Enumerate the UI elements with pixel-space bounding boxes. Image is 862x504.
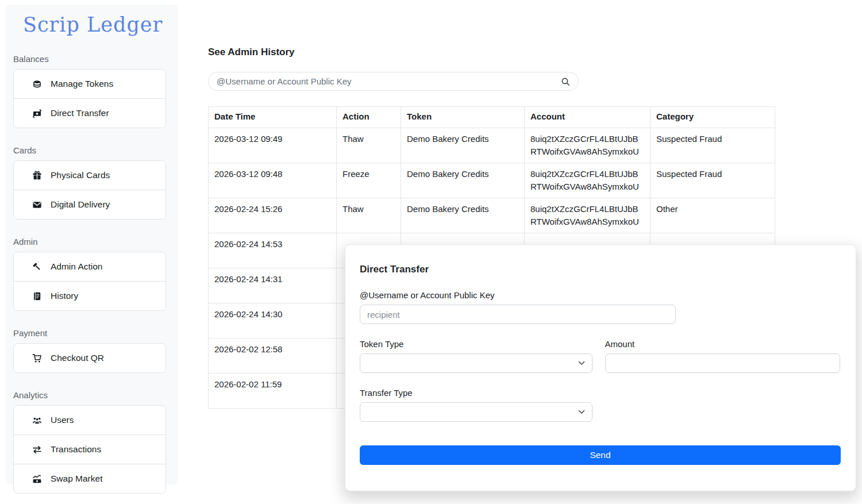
sidebar-item-label: Manage Tokens <box>51 79 113 89</box>
sidebar-item-checkout-qr[interactable]: Checkout QR <box>14 344 166 372</box>
page-title: See Admin History <box>208 47 295 58</box>
cash-transfer-icon <box>32 109 42 118</box>
chevron-down-icon <box>578 361 585 366</box>
table-cell: 2026-03-12 09:48 <box>209 163 337 198</box>
sidebar-section: PaymentCheckout QR <box>6 328 178 373</box>
transfer-type-select[interactable] <box>360 402 592 422</box>
sidebar-item-label: Users <box>51 415 74 425</box>
sidebar-item-label: Physical Cards <box>51 170 110 180</box>
table-cell: Demo Bakery Credits <box>401 198 525 233</box>
table-header-row: Date TimeActionTokenAccountCategory <box>209 107 775 128</box>
app-logo[interactable]: Scrip Ledger <box>6 13 178 37</box>
sidebar-item-admin-action[interactable]: Admin Action <box>14 252 166 281</box>
table-cell: Demo Bakery Credits <box>401 163 525 198</box>
sidebar-section-label: Analytics <box>13 390 178 400</box>
sidebar-item-label: Transactions <box>51 444 101 455</box>
sidebar-section-label: Balances <box>13 54 178 64</box>
token-type-select[interactable] <box>360 353 592 373</box>
table-cell: 8uiq2tXZczGCrFL4LBtUJbBRTWoifxGVAw8AhSym… <box>525 198 651 233</box>
sidebar-item-label: Swap Market <box>51 474 102 484</box>
table-row: 2026-03-12 09:49ThawDemo Bakery Credits8… <box>209 128 775 163</box>
sidebar-group: Checkout QR <box>13 343 166 373</box>
sidebar-item-label: History <box>51 291 78 301</box>
sidebar-item-direct-transfer[interactable]: Direct Transfer <box>14 98 166 128</box>
table-cell: Freeze <box>337 163 401 198</box>
send-button[interactable]: Send <box>360 445 841 465</box>
column-header: Date Time <box>209 107 337 128</box>
recipient-label: @Username or Account Public Key <box>360 290 676 300</box>
table-cell: 2026-02-24 14:53 <box>209 233 337 268</box>
sidebar-item-label: Checkout QR <box>51 353 104 363</box>
sidebar-group: UsersTransactionsSwap Market <box>13 405 166 494</box>
column-header: Action <box>337 107 401 128</box>
table-cell: 8uiq2tXZczGCrFL4LBtUJbBRTWoifxGVAw8AhSym… <box>525 128 651 163</box>
table-row: 2026-03-12 09:48FreezeDemo Bakery Credit… <box>209 163 775 198</box>
sidebar-item-label: Digital Delivery <box>51 199 110 210</box>
table-cell: 2026-03-12 09:49 <box>209 128 337 163</box>
sidebar-group: Admin ActionHistory <box>13 252 166 311</box>
cart-icon <box>32 353 42 363</box>
sidebar-item-manage-tokens[interactable]: Manage Tokens <box>14 70 166 98</box>
table-cell: Thaw <box>337 198 401 233</box>
sidebar-item-digital-delivery[interactable]: Digital Delivery <box>14 190 166 219</box>
sidebar-section-label: Admin <box>13 237 178 247</box>
table-cell: Demo Bakery Credits <box>401 128 525 163</box>
chevron-down-icon <box>578 410 585 414</box>
sidebar-item-swap-market[interactable]: Swap Market <box>14 464 166 493</box>
sidebar-section-label: Cards <box>13 145 178 155</box>
sidebar-item-history[interactable]: History <box>14 281 166 310</box>
table-cell: 2026-02-24 14:31 <box>209 268 337 303</box>
search-box <box>208 72 579 91</box>
table-cell: 2026-02-24 15:26 <box>209 198 337 233</box>
graph-cash-icon <box>32 474 42 484</box>
arrow-left-right-icon <box>32 445 42 455</box>
token-type-label: Token Type <box>360 339 592 349</box>
table-row: 2026-02-24 15:26ThawDemo Bakery Credits8… <box>209 198 775 233</box>
envelope-icon <box>32 200 42 210</box>
sidebar: Scrip Ledger BalancesManage TokensDirect… <box>6 5 178 484</box>
table-cell: Suspected Fraud <box>651 163 775 198</box>
sidebar-sections: BalancesManage TokensDirect TransferCard… <box>6 54 178 494</box>
modal-title: Direct Transfer <box>360 264 840 275</box>
recipient-input[interactable] <box>360 305 676 324</box>
transfer-type-label: Transfer Type <box>360 388 592 398</box>
coins-icon <box>32 79 42 89</box>
gavel-icon <box>32 262 42 272</box>
column-header: Category <box>651 107 775 128</box>
table-cell: 2026-02-02 12:58 <box>209 338 337 374</box>
table-cell: Thaw <box>337 128 401 163</box>
search-input[interactable] <box>217 76 561 86</box>
table-cell: Other <box>651 198 775 233</box>
sidebar-item-transactions[interactable]: Transactions <box>14 434 166 464</box>
sidebar-item-label: Direct Transfer <box>51 108 109 118</box>
sidebar-item-users[interactable]: Users <box>14 406 166 434</box>
journal-icon <box>32 291 42 301</box>
amount-label: Amount <box>605 339 841 349</box>
search-icon[interactable] <box>561 77 570 86</box>
column-header: Token <box>401 107 525 128</box>
table-cell: 8uiq2tXZczGCrFL4LBtUJbBRTWoifxGVAw8AhSym… <box>525 163 651 198</box>
sidebar-section: BalancesManage TokensDirect Transfer <box>6 54 178 128</box>
amount-input[interactable] <box>605 353 841 373</box>
sidebar-group: Manage TokensDirect Transfer <box>13 69 166 128</box>
sidebar-section: AdminAdmin ActionHistory <box>6 237 178 311</box>
column-header: Account <box>525 107 651 128</box>
table-cell: 2026-02-02 11:59 <box>209 374 337 409</box>
people-icon <box>32 415 42 425</box>
sidebar-section: CardsPhysical CardsDigital Delivery <box>6 145 178 220</box>
sidebar-group: Physical CardsDigital Delivery <box>13 160 166 220</box>
sidebar-item-physical-cards[interactable]: Physical Cards <box>14 161 166 190</box>
table-cell: 2026-02-24 14:30 <box>209 303 337 338</box>
direct-transfer-modal: Direct Transfer @Username or Account Pub… <box>345 244 856 491</box>
sidebar-section-label: Payment <box>13 328 178 338</box>
sidebar-section: AnalyticsUsersTransactionsSwap Market <box>6 390 178 494</box>
sidebar-item-label: Admin Action <box>51 261 102 272</box>
table-cell: Suspected Fraud <box>651 128 775 163</box>
gift-icon <box>32 171 42 180</box>
